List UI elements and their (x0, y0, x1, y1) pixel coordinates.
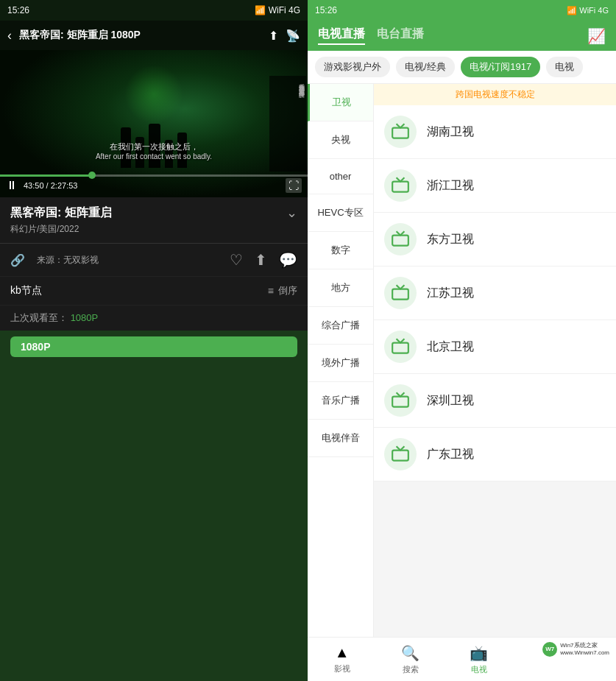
video-progress[interactable] (0, 174, 308, 177)
nav-tv[interactable]: 📺 电视 (445, 644, 513, 675)
sidebar-item-weishi[interactable]: 卫视 (308, 84, 373, 121)
source-label: 来源：无双影视 (37, 254, 218, 267)
tab-tv[interactable]: 电视直播 (318, 27, 365, 45)
movie-title: 黑客帝国: 矩阵重启 (10, 205, 112, 221)
favorite-icon[interactable]: ♡ (230, 251, 243, 269)
play-pause-icon[interactable]: ⏸ (6, 179, 18, 192)
channel-name-6: 广东卫视 (427, 447, 474, 462)
cat-tab-0[interactable]: 游戏影视户外 (315, 57, 390, 77)
channel-jiangsu[interactable]: 江苏卫视 (374, 267, 616, 320)
comment-icon[interactable]: 💬 (279, 251, 297, 269)
left-status-icons: 📶 WiFi 4G (255, 5, 300, 15)
cat-tab-3[interactable]: 电视 (546, 57, 583, 77)
side-ad: 首充乐 刘意投注 描鱼 斗地主 超牛牛 棋牌 (269, 76, 306, 172)
cat-tab-1[interactable]: 电视/经典 (396, 57, 455, 77)
tab-radio[interactable]: 电台直播 (377, 27, 424, 45)
link-icon: 🔗 (10, 253, 25, 267)
svg-rect-6 (392, 451, 408, 461)
right-time: 15:26 (315, 5, 337, 15)
channel-guangdong[interactable]: 广东卫视 (374, 428, 616, 481)
left-time: 15:26 (7, 5, 29, 15)
channel-shenzhen[interactable]: 深圳卫视 (374, 374, 616, 428)
quality-section: kb节点 ≡ 倒序 (0, 276, 308, 305)
bottom-nav: ▲ 影视 🔍 搜索 📺 电视 W7 Win7系统之家 www.Winwin7.c… (308, 637, 616, 681)
order-label[interactable]: 倒序 (278, 284, 297, 297)
quality-badge[interactable]: 1080P (10, 336, 297, 357)
svg-rect-3 (392, 289, 408, 300)
header-tabs: 电视直播 电台直播 (318, 27, 424, 45)
movie-info: 黑客帝国: 矩阵重启 ⌄ 科幻片/美国/2022 (0, 197, 308, 243)
left-sidebar: 卫视 央视 other HEVC专区 数字 地方 综合广播 境外广播 音乐广播 … (308, 84, 374, 637)
movie-actions: 🔗 来源：无双影视 ♡ ⬆ 💬 (0, 243, 308, 276)
tv-icon-6 (384, 438, 417, 470)
back-icon[interactable]: ‹ (7, 28, 12, 43)
watermark-badge: W7 Win7系统之家 www.Winwin7.com (539, 641, 613, 658)
channel-name-2: 东方卫视 (427, 232, 474, 247)
last-watch: 上次观看至： 1080P (0, 305, 308, 331)
video-container: 澳门赌场 www.6576.vip主营:av美女百家乐 包房棋牌 沙巴体育 安全… (0, 50, 308, 197)
channel-name-4: 北京卫视 (427, 339, 474, 355)
movie-meta: 科幻片/美国/2022 (10, 223, 297, 236)
subtitle: 在我们第一次接触之后， After our first contact went… (96, 141, 212, 160)
cast-icon[interactable]: 📡 (286, 29, 300, 43)
nav-label-1: 搜索 (403, 664, 419, 675)
svg-rect-2 (392, 236, 408, 246)
order-icon: ≡ (268, 285, 274, 297)
nav-search[interactable]: 🔍 搜索 (376, 644, 445, 675)
sidebar-item-local[interactable]: 地方 (308, 269, 373, 307)
tv-icon-5 (384, 384, 417, 417)
channel-zhejiang[interactable]: 浙江卫视 (374, 159, 616, 213)
tv-icon-0 (384, 116, 417, 148)
tv-icon-2 (384, 223, 417, 255)
channel-name-5: 深圳卫视 (427, 393, 474, 409)
video-controls: ⏸ 43:50 / 2:27:53 ⛶ (0, 178, 308, 193)
tv-icon-4 (384, 331, 417, 363)
trending-icon[interactable]: 📈 (587, 27, 606, 45)
yingshi-icon: ▲ (335, 644, 350, 661)
channel-name-1: 浙江卫视 (427, 178, 474, 194)
nav-yingshi[interactable]: ▲ 影视 (308, 644, 376, 674)
right-panel: 15:26 📶 WiFi 4G 电视直播 电台直播 📈 游戏影视户外 电视/经典… (308, 0, 616, 681)
svg-rect-5 (392, 397, 408, 407)
right-status-bar: 15:26 📶 WiFi 4G (308, 0, 616, 21)
channel-list: 跨国电视速度不稳定 湖南卫视 (374, 84, 616, 637)
sidebar-item-digital[interactable]: 数字 (308, 232, 373, 269)
svg-rect-0 (392, 128, 408, 138)
channel-name-3: 江苏卫视 (427, 286, 474, 301)
watermark-text: Win7系统之家 www.Winwin7.com (560, 642, 609, 656)
category-tabs: 游戏影视户外 电视/经典 电视/订阅1917 电视 (308, 51, 616, 84)
video-time: 43:50 / 2:27:53 (24, 181, 280, 190)
channel-dongfang[interactable]: 东方卫视 (374, 213, 616, 267)
cat-tab-2[interactable]: 电视/订阅1917 (461, 57, 541, 77)
channel-hunan[interactable]: 湖南卫视 (374, 105, 616, 159)
tv-nav-icon: 📺 (470, 644, 488, 662)
tv-icon-1 (384, 169, 417, 202)
sidebar-item-other[interactable]: other (308, 159, 373, 194)
expand-icon[interactable]: ⌄ (286, 205, 297, 221)
sidebar-item-music[interactable]: 音乐广播 (308, 382, 373, 420)
share-icon[interactable]: ⬆ (269, 29, 278, 43)
sidebar-item-hevc[interactable]: HEVC专区 (308, 194, 373, 232)
kb-label: kb节点 (10, 284, 42, 297)
tv-icon-3 (384, 277, 417, 309)
warning-banner: 跨国电视速度不稳定 (374, 84, 616, 105)
right-header: 电视直播 电台直播 📈 (308, 21, 616, 51)
share-icon2[interactable]: ⬆ (255, 251, 267, 269)
left-status-bar: 15:26 📶 WiFi 4G (0, 0, 308, 21)
channel-name-0: 湖南卫视 (427, 124, 474, 140)
sidebar-item-zhonghe[interactable]: 综合广播 (308, 307, 373, 345)
right-status-icons: 📶 WiFi 4G (567, 6, 609, 15)
sidebar-item-jingwai[interactable]: 境外广播 (308, 345, 373, 382)
video-header: ‹ 黑客帝国: 矩阵重启 1080P ⬆ 📡 (0, 21, 308, 50)
channel-beijing[interactable]: 北京卫视 (374, 320, 616, 374)
nav-label-2: 电视 (471, 664, 487, 675)
fullscreen-icon[interactable]: ⛶ (286, 178, 302, 193)
svg-rect-4 (392, 343, 408, 353)
left-panel: 15:26 📶 WiFi 4G ‹ 黑客帝国: 矩阵重启 1080P ⬆ 📡 澳… (0, 0, 308, 681)
content-area: 卫视 央视 other HEVC专区 数字 地方 综合广播 境外广播 音乐广播 … (308, 84, 616, 637)
sidebar-item-yangshi[interactable]: 央视 (308, 121, 373, 159)
video-header-title: 黑客帝国: 矩阵重启 1080P (19, 29, 261, 42)
sidebar-item-companion[interactable]: 电视伴音 (308, 420, 373, 457)
svg-rect-1 (392, 182, 408, 192)
progress-fill (0, 174, 92, 177)
